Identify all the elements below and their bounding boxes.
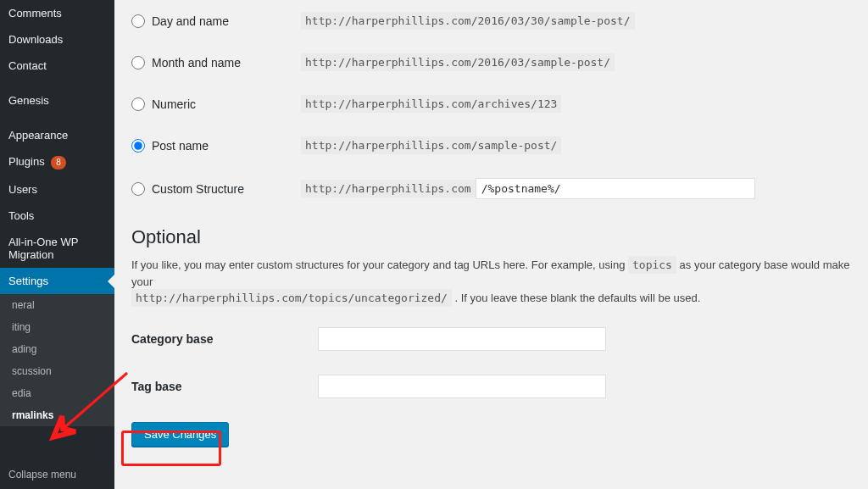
sidebar-item-downloads[interactable]: Downloads xyxy=(0,26,114,53)
radio-day-and-name[interactable]: Day and name xyxy=(131,14,301,28)
radio-input-numeric[interactable] xyxy=(131,97,145,111)
category-base-label: Category base xyxy=(131,332,318,346)
plugin-update-badge: 8 xyxy=(51,156,66,169)
optional-description: If you like, you may enter custom struct… xyxy=(131,257,851,307)
radio-label-text: Post name xyxy=(152,139,209,153)
radio-label-text: Month and name xyxy=(152,56,241,69)
radio-post-name[interactable]: Post name xyxy=(131,139,301,153)
collapse-menu[interactable]: Collapse menu xyxy=(0,460,114,489)
sidebar-item-users[interactable]: Users xyxy=(0,176,114,203)
sidebar-item-contact[interactable]: Contact xyxy=(0,53,114,79)
sidebar-sub-writing[interactable]: iting xyxy=(0,316,114,338)
radio-input-post-name[interactable] xyxy=(131,139,145,153)
permalink-example: http://harperphillips.com/archives/123 xyxy=(301,95,561,113)
code-example-topics: topics xyxy=(628,256,676,274)
sidebar-item-tools[interactable]: Tools xyxy=(0,203,114,229)
tag-base-input[interactable] xyxy=(318,375,606,398)
sidebar-sub-media[interactable]: edia xyxy=(0,382,114,404)
sidebar-sub-reading[interactable]: ading xyxy=(0,338,114,360)
admin-sidebar: Comments Downloads Contact Genesis Appea… xyxy=(0,0,114,489)
radio-input-day-and-name[interactable] xyxy=(131,14,145,28)
custom-prefix: http://harperphillips.com xyxy=(301,180,476,197)
save-changes-button[interactable]: Save Changes xyxy=(131,422,229,447)
permalink-example: http://harperphillips.com/2016/03/sample… xyxy=(301,53,615,71)
permalink-example: http://harperphillips.com/sample-post/ xyxy=(301,136,561,154)
custom-structure-input[interactable] xyxy=(476,178,755,199)
permalink-example: http://harperphillips.com/2016/03/30/sam… xyxy=(301,12,635,30)
sidebar-item-appearance[interactable]: Appearance xyxy=(0,122,114,148)
radio-label-text: Numeric xyxy=(152,97,196,111)
radio-label-text: Day and name xyxy=(152,14,229,28)
main-content: Day and name http://harperphillips.com/2… xyxy=(114,0,868,489)
sidebar-item-plugins[interactable]: Plugins 8 xyxy=(0,148,114,176)
radio-label-text: Custom Structure xyxy=(152,182,244,196)
category-base-input[interactable] xyxy=(318,327,606,351)
sidebar-item-comments[interactable]: Comments xyxy=(0,0,114,26)
tag-base-label: Tag base xyxy=(131,380,318,393)
sidebar-item-genesis[interactable]: Genesis xyxy=(0,87,114,114)
sidebar-item-migration[interactable]: All-in-One WP Migration xyxy=(0,229,114,268)
radio-numeric[interactable]: Numeric xyxy=(131,97,301,111)
radio-month-and-name[interactable]: Month and name xyxy=(131,56,301,69)
code-example-url: http://harperphillips.com/topics/uncateg… xyxy=(131,289,452,307)
radio-input-custom-structure[interactable] xyxy=(131,182,145,196)
radio-input-month-and-name[interactable] xyxy=(131,56,145,69)
optional-heading: Optional xyxy=(131,226,851,248)
sidebar-item-label: Plugins xyxy=(8,155,45,168)
sidebar-sub-discussion[interactable]: scussion xyxy=(0,360,114,382)
sidebar-sub-general[interactable]: neral xyxy=(0,294,114,316)
sidebar-sub-permalinks[interactable]: rmalinks xyxy=(0,404,114,426)
radio-custom-structure[interactable]: Custom Structure xyxy=(131,182,301,196)
sidebar-item-settings[interactable]: Settings xyxy=(0,268,114,294)
